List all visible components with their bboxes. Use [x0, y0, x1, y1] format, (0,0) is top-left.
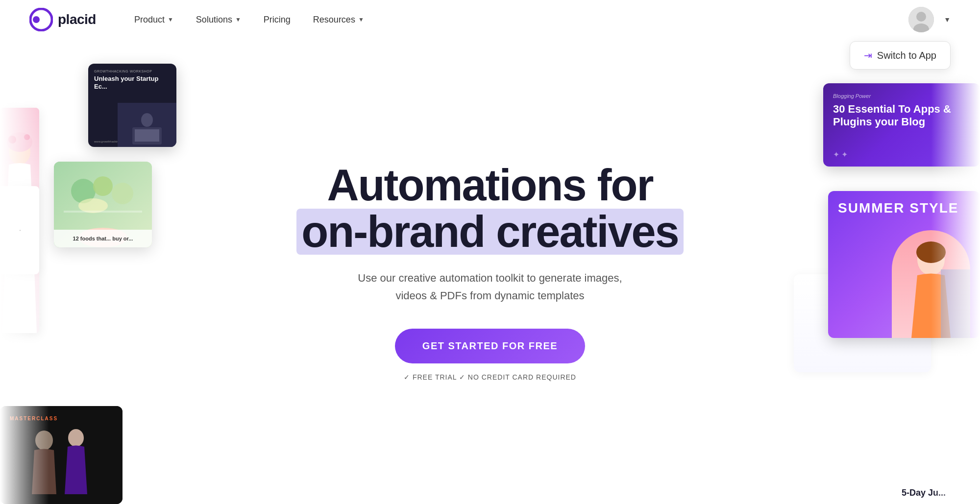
svg-point-3	[916, 12, 926, 22]
hero-subtitle: Use our creative automation toolkit to g…	[343, 269, 637, 304]
resources-chevron-icon: ▼	[358, 16, 364, 23]
nav-right: ▼ ⇥ Switch to App	[908, 7, 951, 32]
navbar: placid Product ▼ Solutions ▼ Pricing Res…	[0, 0, 980, 39]
cta-button[interactable]: GET STARTED FOR FREE	[395, 329, 585, 363]
logo-icon	[29, 8, 53, 31]
hero-title-highlighted: on-brand creatives	[296, 209, 683, 255]
nav-resources[interactable]: Resources ▼	[304, 11, 373, 29]
hero-section: Automations for on-brand creatives Use o…	[0, 39, 980, 504]
nav-pricing[interactable]: Pricing	[255, 11, 299, 29]
logo[interactable]: placid	[29, 8, 96, 31]
switch-to-app-dropdown[interactable]: ⇥ Switch to App	[850, 41, 951, 70]
switch-icon: ⇥	[864, 49, 872, 61]
product-chevron-icon: ▼	[168, 16, 173, 23]
logo-text: placid	[58, 12, 96, 27]
nav-links: Product ▼ Solutions ▼ Pricing Resources …	[125, 11, 908, 29]
avatar-chevron-icon[interactable]: ▼	[944, 16, 951, 24]
svg-point-1	[33, 16, 40, 23]
nav-solutions[interactable]: Solutions ▼	[187, 11, 250, 29]
hero-title: Automations for on-brand creatives	[296, 162, 683, 255]
avatar[interactable]	[908, 7, 934, 32]
solutions-chevron-icon: ▼	[235, 16, 241, 23]
nav-product[interactable]: Product ▼	[125, 11, 182, 29]
cta-subtext: ✓ FREE TRIAL ✓ NO CREDIT CARD REQUIRED	[404, 373, 576, 381]
